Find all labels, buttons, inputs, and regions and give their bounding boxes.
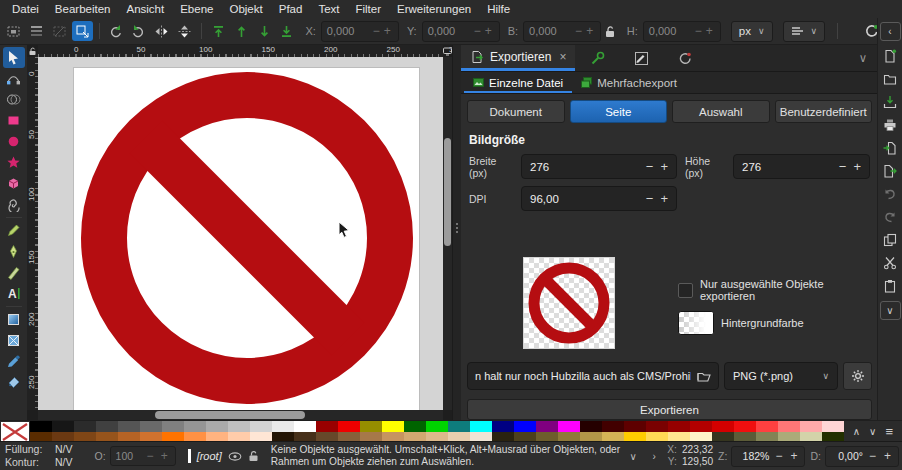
copy-icon[interactable] [881, 232, 899, 248]
palette-swatch[interactable] [294, 421, 316, 432]
lower-to-bottom-icon[interactable] [277, 21, 298, 41]
palette-swatch[interactable] [470, 421, 492, 432]
new-document-icon[interactable] [881, 48, 899, 64]
menu-ansicht[interactable]: Ansicht [118, 2, 172, 16]
area-benutzerdefiniert-button[interactable]: Benutzerdefiniert [775, 100, 873, 123]
dialog-tab-wrench-icon[interactable] [575, 45, 619, 71]
node-tool[interactable] [3, 68, 25, 89]
guides-lock-icon[interactable] [27, 45, 38, 57]
background-color-button[interactable] [678, 311, 714, 335]
menu-hilfe[interactable]: Hilfe [479, 2, 518, 16]
export-dpi-input[interactable]: 96,00−+ [521, 186, 677, 211]
paint-bucket-tool[interactable] [3, 372, 25, 393]
tab-close-icon[interactable]: × [559, 50, 566, 64]
horizontal-scrollbar[interactable] [38, 410, 443, 420]
layer-name[interactable]: [root] [197, 450, 222, 462]
palette-swatch[interactable] [118, 421, 140, 432]
palette-swatch[interactable] [140, 421, 162, 432]
scaling-options-combo[interactable]: ∨ [783, 21, 826, 42]
area-seite-button[interactable]: Seite [570, 100, 668, 123]
palette-swatch[interactable] [184, 421, 206, 432]
horizontal-scrollbar-thumb[interactable] [155, 411, 305, 419]
palette-swatch[interactable] [316, 421, 338, 432]
shape-builder-tool[interactable] [3, 89, 25, 110]
palette-swatch[interactable] [690, 421, 712, 432]
raise-icon[interactable] [231, 21, 252, 41]
palette-swatch[interactable] [448, 421, 470, 432]
palette-swatch[interactable] [734, 421, 756, 432]
palette-swatch[interactable] [558, 421, 580, 432]
undo-icon[interactable] [881, 186, 899, 202]
palette-swatch[interactable] [206, 421, 228, 432]
star-tool[interactable] [3, 152, 25, 173]
tab-mehrfachexport[interactable]: Mehrfachexport [572, 72, 686, 93]
redo-icon[interactable] [881, 209, 899, 225]
menu-bearbeiten[interactable]: Bearbeiten [47, 2, 119, 16]
rotate-cw-icon[interactable] [128, 21, 149, 41]
toggle-selection-box-icon[interactable] [72, 21, 93, 41]
document-page[interactable] [74, 68, 419, 410]
palette-swatch[interactable] [338, 421, 360, 432]
palette-swatch[interactable] [162, 421, 184, 432]
x-field[interactable]: 0,000−+ [321, 21, 399, 42]
pencil-tool[interactable] [3, 220, 25, 241]
tab-einzelne-datei[interactable]: Einzelne Datei [464, 72, 572, 93]
palette-swatch[interactable] [250, 421, 272, 432]
palette-swatch[interactable] [360, 421, 382, 432]
palette-swatch[interactable] [668, 421, 690, 432]
palette-swatch[interactable] [580, 421, 602, 432]
box3d-tool[interactable] [3, 173, 25, 194]
export-height-input[interactable]: 276−+ [733, 154, 870, 179]
vertical-scrollbar[interactable] [443, 57, 452, 410]
dropper-tool[interactable] [3, 351, 25, 372]
palette-swatch[interactable] [778, 421, 800, 432]
canvas-viewport[interactable] [38, 57, 443, 410]
height-field[interactable]: 0,000−+ [643, 21, 721, 42]
palette-swatch[interactable] [822, 421, 844, 432]
palette-swatch[interactable] [96, 421, 118, 432]
open-folder-icon[interactable] [881, 71, 899, 87]
palette-swatch[interactable] [382, 421, 404, 432]
print-icon[interactable] [881, 117, 899, 133]
palette-swatch[interactable] [602, 421, 624, 432]
export-icon[interactable] [881, 163, 899, 179]
menu-erweiterungen[interactable]: Erweiterungen [389, 2, 479, 16]
lock-ratio-icon[interactable] [603, 21, 619, 41]
selected-only-checkbox[interactable] [678, 283, 693, 298]
palette-swatch[interactable] [228, 421, 250, 432]
selector-tool[interactable] [3, 47, 25, 68]
fill-stroke-indicator[interactable]: Füllung:N/V Kontur:N/V [5, 443, 73, 469]
vertical-scrollbar-thumb[interactable] [444, 138, 451, 246]
palette-swatch[interactable] [800, 421, 822, 432]
tab-exportieren[interactable]: Exportieren × [461, 45, 575, 71]
display-mode-icon[interactable] [443, 45, 452, 57]
palette-swatch[interactable] [404, 421, 426, 432]
flip-vertical-icon[interactable] [174, 21, 195, 41]
format-combo[interactable]: PNG (*.png) ∨ [724, 362, 838, 390]
cut-icon[interactable] [881, 255, 899, 271]
deselect-icon[interactable] [49, 21, 70, 41]
menu-pfad[interactable]: Pfad [271, 2, 311, 16]
zoom-control[interactable]: Z: 182%−+ [718, 446, 805, 467]
filename-input[interactable]: n halt nur noch Hubzilla auch als CMS/Pr… [467, 362, 719, 390]
calligraphy-tool[interactable] [3, 262, 25, 283]
save-icon[interactable] [881, 94, 899, 110]
layer-visibility-icon[interactable] [228, 452, 242, 461]
export-width-input[interactable]: 276−+ [521, 154, 677, 179]
palette-swatch[interactable] [52, 421, 74, 432]
palette-swatch[interactable] [536, 421, 558, 432]
palette-swatch[interactable] [712, 421, 734, 432]
palette-swatch[interactable] [756, 421, 778, 432]
rotation-control[interactable]: D: 0,00°−+ [810, 446, 899, 467]
flip-horizontal-icon[interactable] [151, 21, 172, 41]
dialog-tab-history-icon[interactable] [663, 45, 707, 71]
dialog-tab-pen-icon[interactable] [619, 45, 663, 71]
no-color-swatch[interactable] [1, 422, 29, 442]
y-field[interactable]: 0,000−+ [422, 21, 500, 42]
gradient-tool[interactable] [3, 309, 25, 330]
select-all-icon[interactable] [3, 21, 24, 41]
ellipse-tool[interactable] [3, 131, 25, 152]
mesh-tool[interactable] [3, 330, 25, 351]
import-icon[interactable] [881, 140, 899, 156]
menu-datei[interactable]: Datei [4, 2, 47, 16]
